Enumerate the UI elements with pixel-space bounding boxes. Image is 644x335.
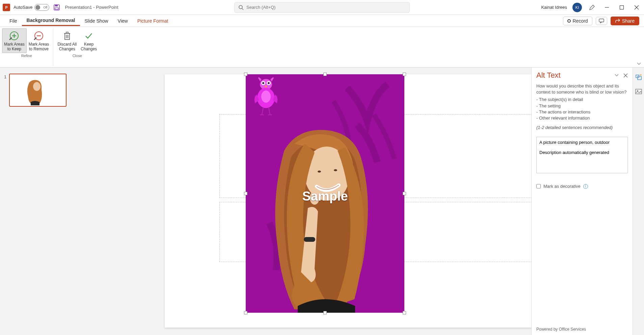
- comments-button[interactable]: [596, 17, 607, 25]
- collapse-ribbon-icon[interactable]: [637, 61, 641, 66]
- svg-line-4: [242, 8, 243, 10]
- tab-view[interactable]: View: [113, 16, 133, 26]
- record-button[interactable]: Record: [563, 17, 592, 25]
- pane-options-icon[interactable]: [615, 73, 619, 77]
- bird-icon: [252, 77, 282, 118]
- search-wrap: [234, 2, 410, 13]
- svg-point-22: [33, 82, 41, 91]
- record-label: Record: [573, 18, 588, 24]
- autosave-state: Off: [44, 6, 48, 9]
- svg-line-32: [269, 107, 270, 115]
- alt-text-input[interactable]: [536, 137, 628, 173]
- tab-picture-format[interactable]: Picture Format: [133, 16, 173, 26]
- watermark-text: Sample: [246, 189, 404, 204]
- svg-rect-2: [55, 8, 58, 9]
- keep-label: Keep Changes: [81, 42, 97, 52]
- save-icon[interactable]: [53, 4, 60, 11]
- thumb-person-icon: [23, 78, 48, 105]
- search-icon: [238, 5, 244, 10]
- group-refine-label: Refine: [21, 53, 32, 58]
- info-icon[interactable]: i: [583, 184, 588, 189]
- tab-background-removal[interactable]: Background Removal: [22, 16, 80, 26]
- designer-icon[interactable]: [635, 74, 642, 81]
- svg-rect-36: [304, 237, 315, 242]
- svg-rect-17: [66, 32, 68, 33]
- svg-rect-9: [599, 19, 604, 22]
- alt-text-title: Alt Text: [536, 71, 615, 80]
- alt-hint: (1-2 detailed sentences recommended): [536, 125, 628, 131]
- resize-handle[interactable]: [403, 73, 406, 76]
- minimize-button[interactable]: [602, 3, 612, 12]
- discard-label: Discard All Changes: [57, 42, 77, 52]
- tab-file[interactable]: File: [5, 16, 22, 26]
- mark-keep-label: Mark Areas to Keep: [4, 42, 25, 52]
- maximize-button[interactable]: [617, 3, 626, 12]
- resize-handle[interactable]: [244, 311, 247, 314]
- svg-point-35: [334, 169, 337, 171]
- mark-areas-keep-button[interactable]: Mark Areas to Keep: [2, 28, 27, 53]
- mark-remove-label: Mark Areas to Remove: [29, 42, 49, 52]
- alt-question: How would you describe this object and i…: [536, 83, 628, 95]
- slide: Sample: [165, 74, 531, 328]
- record-icon: [567, 19, 571, 23]
- alt-footer: Powered by Office Services: [532, 324, 633, 335]
- alt-bullet: Other relevant information: [536, 115, 628, 121]
- alt-bullet: The setting: [536, 103, 628, 109]
- resize-handle[interactable]: [403, 192, 406, 195]
- ribbon-tabs: File Background Removal Slide Show View …: [0, 15, 644, 27]
- slide-number: 1: [4, 74, 6, 107]
- tab-slide-show[interactable]: Slide Show: [80, 16, 113, 26]
- svg-point-30: [261, 91, 271, 103]
- app-icon: P: [3, 4, 10, 11]
- close-pane-icon[interactable]: [623, 73, 628, 78]
- slide-thumbnail-1[interactable]: [9, 74, 66, 107]
- group-close-label: Close: [73, 53, 82, 58]
- mark-decorative-checkbox[interactable]: [536, 184, 541, 188]
- search-input[interactable]: [234, 2, 410, 13]
- pen-icon[interactable]: [587, 3, 597, 12]
- person-illustration: [264, 124, 385, 313]
- resize-handle[interactable]: [323, 311, 327, 314]
- svg-rect-1: [55, 5, 58, 6]
- discard-changes-button[interactable]: Discard All Changes: [55, 28, 79, 53]
- user-avatar[interactable]: KI: [572, 3, 582, 12]
- resize-handle[interactable]: [244, 73, 247, 76]
- svg-point-26: [262, 82, 264, 84]
- user-name: Kainat Idrees: [541, 5, 567, 10]
- autosave-label: AutoSave: [14, 5, 32, 10]
- side-icon-rail: [633, 68, 644, 335]
- share-button[interactable]: Share: [611, 17, 639, 25]
- mark-decorative-row[interactable]: Mark as decorative i: [536, 183, 628, 189]
- resize-handle[interactable]: [244, 192, 247, 195]
- picture-icon[interactable]: [635, 88, 642, 95]
- selected-picture[interactable]: Sample: [246, 74, 404, 313]
- title-bar: P AutoSave Off Presentation1 - PowerPoin…: [0, 0, 644, 15]
- svg-line-31: [262, 107, 263, 115]
- document-title: Presentation1 - PowerPoint: [65, 5, 118, 10]
- slide-canvas[interactable]: Sample: [78, 68, 531, 335]
- share-label: Share: [622, 18, 635, 24]
- svg-point-3: [239, 5, 242, 9]
- resize-handle[interactable]: [323, 73, 327, 76]
- thumbnail-pane: 1: [0, 68, 78, 335]
- alt-text-pane: Alt Text How would you describe this obj…: [531, 68, 633, 335]
- alt-bullet: The subject(s) in detail: [536, 97, 628, 103]
- svg-rect-6: [620, 5, 624, 9]
- main-area: 1: [0, 68, 644, 335]
- ribbon: Mark Areas to Keep Mark Areas to Remove …: [0, 27, 644, 68]
- autosave-toggle[interactable]: Off: [34, 4, 49, 11]
- mark-decorative-label: Mark as decorative: [543, 183, 581, 189]
- svg-point-28: [268, 82, 270, 84]
- resize-handle[interactable]: [403, 311, 406, 314]
- alt-bullet: The actions or interactions: [536, 109, 628, 115]
- keep-changes-button[interactable]: Keep Changes: [79, 28, 99, 53]
- mark-areas-remove-button[interactable]: Mark Areas to Remove: [27, 28, 51, 53]
- svg-point-34: [318, 171, 321, 173]
- close-button[interactable]: [632, 3, 641, 12]
